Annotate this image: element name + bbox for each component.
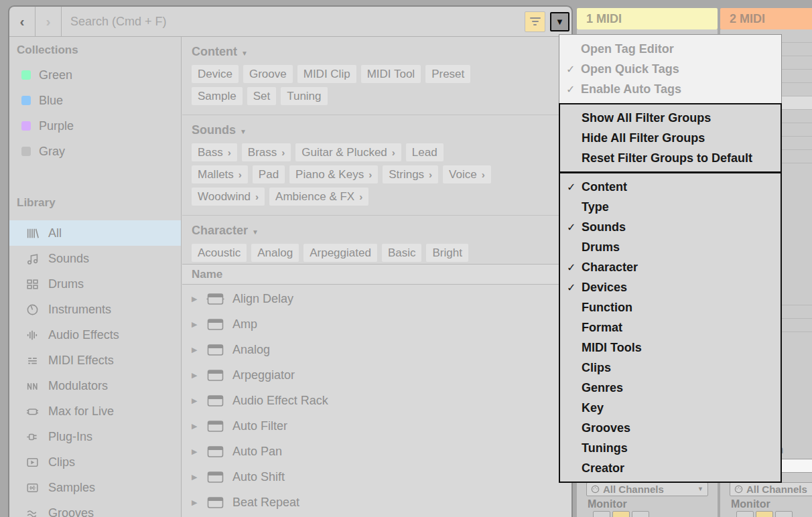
filter-tag-tuning[interactable]: Tuning [281,87,327,105]
expand-triangle-icon[interactable]: ▶ [192,346,200,354]
result-item-label: Auto Pan [232,445,282,459]
menu-item-enable-auto-tags[interactable]: ✓Enable Auto Tags [559,79,781,99]
sidebar-item-grooves[interactable]: Grooves [9,500,181,517]
menu-item-open-tag-editor[interactable]: Open Tag Editor [559,39,781,59]
filter-tag-preset[interactable]: Preset [425,65,470,83]
expand-triangle-icon[interactable]: ▶ [192,422,200,431]
expand-triangle-icon[interactable]: ▶ [192,295,200,303]
expand-triangle-icon[interactable]: ▶ [192,371,200,380]
results-name-header[interactable]: Name ▲ [182,264,571,285]
table-row-analog[interactable]: ▶Analog [182,337,571,362]
filter-tag-woodwind[interactable]: Woodwind› [192,188,265,206]
menu-item-creator[interactable]: Creator [560,458,781,478]
sidebar-item-instruments[interactable]: Instruments [9,297,181,322]
filter-tag-brass[interactable]: Brass› [242,143,291,161]
monitor-in-button[interactable] [593,511,610,517]
filter-tag-analog[interactable]: Analog [251,244,299,262]
filter-toggle-button[interactable] [525,11,545,32]
filter-tag-bright[interactable]: Bright [426,244,468,262]
monitor-auto-button[interactable] [612,511,630,517]
menu-item-open-quick-tags[interactable]: ✓Open Quick Tags [559,59,781,79]
menu-item-genres[interactable]: Genres [560,378,781,398]
menu-item-midi-tools[interactable]: MIDI Tools [560,338,781,358]
midi-channel-dropdown[interactable]: All Channels▼ [730,482,812,496]
search-input[interactable]: Search (Cmd + F) [62,15,525,29]
expand-triangle-icon[interactable]: ▶ [192,473,200,482]
menu-item-key[interactable]: Key [560,398,781,418]
filter-tag-basic[interactable]: Basic [382,244,422,262]
filter-tag-piano-keys[interactable]: Piano & Keys› [289,165,378,183]
sidebar-item-collection-green[interactable]: Green [9,62,181,88]
filter-tag-voice[interactable]: Voice› [443,165,491,183]
sidebar-item-collection-purple[interactable]: Purple [9,113,181,139]
track-header-1-midi[interactable]: 1 MIDI [577,8,718,29]
forward-button[interactable]: › [36,13,61,29]
sidebar-item-plug-ins[interactable]: Plug-Ins [9,424,181,449]
table-row-auto-filter[interactable]: ▶Auto Filter [182,413,571,439]
menu-item-function[interactable]: Function [560,297,781,317]
filter-group-title[interactable]: Content▼ [192,45,571,58]
expand-triangle-icon[interactable]: ▶ [192,447,200,456]
menu-item-tunings[interactable]: Tunings [560,438,781,458]
table-row-beat-repeat[interactable]: ▶Beat Repeat [182,490,571,515]
sidebar-item-clips[interactable]: Clips [9,449,181,475]
sidebar-item-sounds[interactable]: Sounds [9,246,181,271]
menu-item-format[interactable]: Format [560,317,781,338]
sidebar-item-samples[interactable]: Samples [9,475,181,500]
filter-group-title[interactable]: Sounds▼ [192,123,571,137]
table-row-auto-shift[interactable]: ▶Auto Shift [182,464,571,490]
menu-item-sounds[interactable]: ✓Sounds [560,217,781,237]
table-row-align-delay[interactable]: ▶Align Delay [182,286,571,311]
filter-tag-groove[interactable]: Groove [243,65,293,83]
table-row-audio-effect-rack[interactable]: ▶Audio Effect Rack [182,388,571,413]
monitor-off-button[interactable] [775,511,793,517]
filter-tag-bass[interactable]: Bass› [192,143,237,161]
sidebar-item-max-for-live[interactable]: Max for Live [9,398,181,424]
filter-tag-device[interactable]: Device [192,65,239,83]
expand-triangle-icon[interactable]: ▶ [192,498,200,507]
back-button[interactable]: ‹ [9,13,35,29]
monitor-in-button[interactable] [736,511,754,517]
menu-item-character[interactable]: ✓Character [560,257,781,277]
menu-section-2: Show All Filter GroupsHide All Filter Gr… [559,103,782,173]
monitor-auto-button[interactable] [756,511,773,517]
filter-tag-guitar-plucked[interactable]: Guitar & Plucked› [295,143,401,161]
table-row-amp[interactable]: ▶Amp [182,311,571,337]
filter-tag-ambience-fx[interactable]: Ambience & FX› [269,188,368,206]
table-row-arpeggiator[interactable]: ▶Arpeggiator [182,362,571,388]
track-header-2-midi[interactable]: 2 MIDI [720,8,812,29]
filter-group-title[interactable]: Character▼ [192,224,571,237]
sidebar-item-modulators[interactable]: Modulators [9,373,181,398]
table-row-auto-pan[interactable]: ▶Auto Pan [182,439,571,464]
filter-tag-acoustic[interactable]: Acoustic [192,244,247,262]
sidebar-item-midi-effects[interactable]: MIDI Effects [9,348,181,373]
filter-tag-lead[interactable]: Lead [406,143,444,161]
sidebar-item-collection-blue[interactable]: Blue [9,88,181,113]
filter-tag-arpeggiated[interactable]: Arpeggiated [303,244,377,262]
sidebar-item-audio-effects[interactable]: Audio Effects [9,322,181,348]
sidebar-item-drums[interactable]: Drums [9,271,181,297]
expand-triangle-icon[interactable]: ▶ [192,320,200,329]
expand-triangle-icon[interactable]: ▶ [192,396,200,405]
filter-tag-sample[interactable]: Sample [192,87,243,105]
filter-tag-mallets[interactable]: Mallets› [192,165,248,183]
menu-item-type[interactable]: Type [560,197,781,217]
filter-options-dropdown-button[interactable]: ▼ [550,12,569,31]
filter-tag-strings[interactable]: Strings› [383,165,438,183]
sidebar-item-all[interactable]: All [9,220,181,246]
menu-item-grooves[interactable]: Grooves [560,418,781,438]
menu-item-show-all-filter-groups[interactable]: Show All Filter Groups [560,108,781,128]
menu-item-drums[interactable]: Drums [560,237,781,257]
filter-tag-midi-clip[interactable]: MIDI Clip [297,65,356,83]
sidebar-item-collection-gray[interactable]: Gray [9,139,181,164]
filter-tag-set[interactable]: Set [247,87,277,105]
menu-item-reset-filter-groups-to-default[interactable]: Reset Filter Groups to Default [560,148,781,168]
midi-channel-dropdown[interactable]: All Channels▼ [586,482,708,496]
filter-tag-pad[interactable]: Pad [253,165,285,183]
monitor-off-button[interactable] [632,511,649,517]
menu-item-content[interactable]: ✓Content [560,177,781,197]
menu-item-devices[interactable]: ✓Devices [560,277,781,297]
menu-item-clips[interactable]: Clips [560,358,781,378]
menu-item-hide-all-filter-groups[interactable]: Hide All Filter Groups [560,128,781,148]
filter-tag-midi-tool[interactable]: MIDI Tool [361,65,421,83]
